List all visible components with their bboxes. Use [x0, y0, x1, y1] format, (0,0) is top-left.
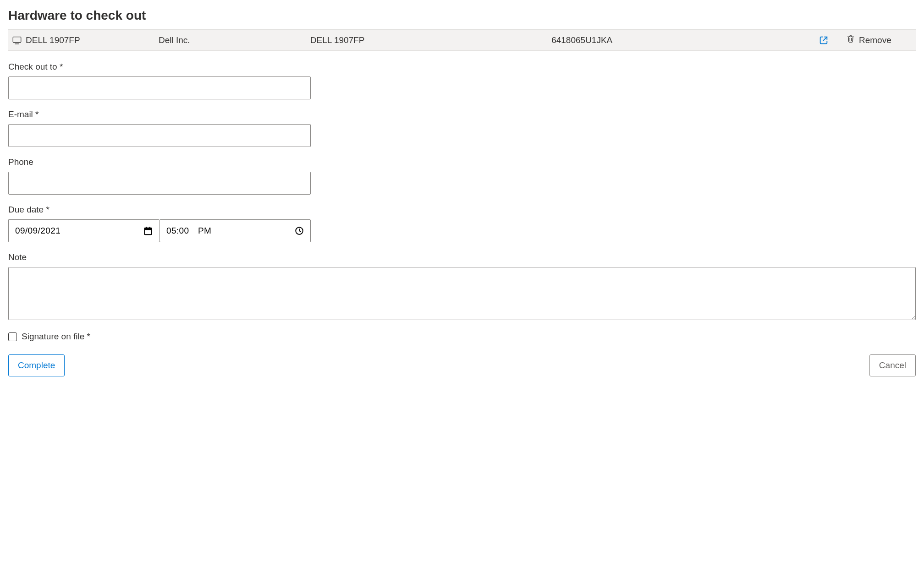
hardware-model: DELL 1907FP [307, 30, 548, 51]
complete-button[interactable]: Complete [8, 354, 65, 376]
checkout-to-label: Check out to * [8, 62, 916, 72]
phone-input[interactable] [8, 172, 311, 195]
email-input[interactable] [8, 124, 311, 147]
signature-label: Signature on file * [22, 332, 90, 342]
due-date-label: Due date * [8, 205, 916, 215]
due-date-input[interactable] [8, 219, 160, 242]
hardware-name: DELL 1907FP [26, 35, 80, 45]
remove-label: Remove [859, 35, 891, 45]
due-time-input[interactable] [160, 219, 311, 242]
note-label: Note [8, 252, 916, 262]
open-external-icon[interactable] [819, 35, 839, 45]
trash-icon [846, 34, 855, 46]
checkout-to-input[interactable] [8, 76, 311, 99]
page-title: Hardware to check out [8, 8, 916, 23]
remove-button[interactable]: Remove [846, 34, 891, 46]
monitor-icon [12, 35, 22, 45]
email-label: E-mail * [8, 109, 916, 120]
svg-rect-0 [13, 37, 21, 42]
cancel-button[interactable]: Cancel [869, 354, 916, 376]
phone-label: Phone [8, 157, 916, 167]
hardware-row: DELL 1907FP Dell Inc. DELL 1907FP 641806… [8, 30, 916, 51]
note-textarea[interactable] [8, 267, 916, 320]
hardware-manufacturer: Dell Inc. [155, 30, 307, 51]
signature-checkbox[interactable] [8, 332, 17, 341]
checkout-form: Check out to * E-mail * Phone Due date * [8, 62, 916, 376]
hardware-table: DELL 1907FP Dell Inc. DELL 1907FP 641806… [8, 29, 916, 51]
hardware-serial: 6418065U1JKA [548, 30, 815, 51]
